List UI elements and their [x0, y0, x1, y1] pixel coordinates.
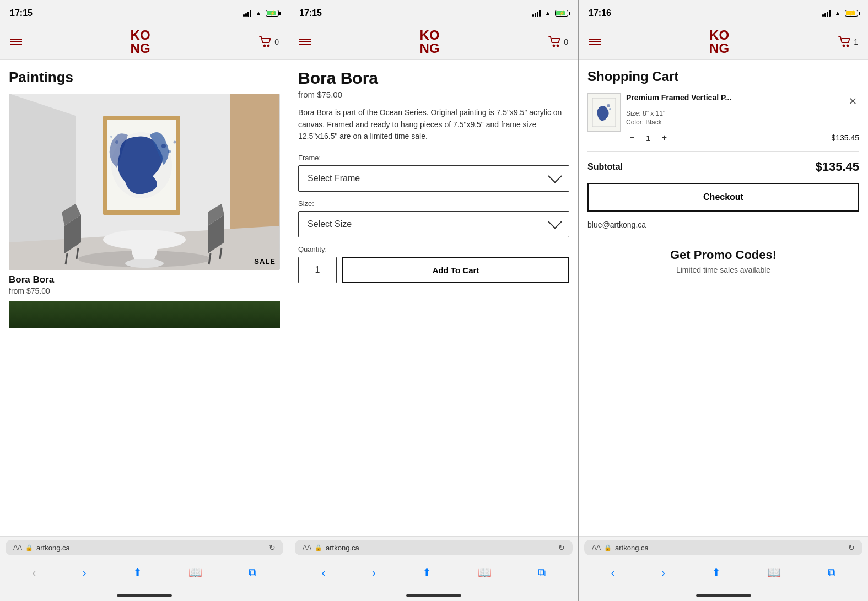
browser-bar-2: AA 🔒 artkong.ca ↻ — [289, 536, 578, 559]
aa-text-3[interactable]: AA — [592, 544, 601, 551]
svg-point-0 — [264, 45, 266, 47]
page-content-1: Paintings — [0, 60, 289, 536]
product-description: Bora Bora is part of the Ocean Series. O… — [298, 107, 569, 143]
share-btn-1[interactable]: ⬆ — [129, 564, 146, 581]
home-indicator-2 — [289, 590, 578, 601]
plant-peek — [9, 301, 280, 328]
logo-1[interactable]: KONG — [131, 29, 150, 55]
forward-btn-2[interactable]: › — [368, 564, 380, 581]
bookmarks-btn-3[interactable]: 📖 — [763, 564, 785, 581]
cart-area-3[interactable]: 1 — [838, 36, 858, 48]
product-name-1: Bora Bora — [9, 274, 280, 285]
qty-increase-button[interactable]: + — [658, 132, 670, 144]
subtotal-row: Subtotal $135.45 — [587, 160, 859, 174]
aa-text-2[interactable]: AA — [303, 544, 311, 551]
promo-section: Get Promo Codes! Limited time sales avai… — [587, 242, 859, 280]
svg-point-13 — [115, 140, 118, 144]
quantity-input[interactable]: 1 — [298, 257, 337, 283]
svg-point-28 — [609, 108, 611, 110]
cart-item-details: Premium Framed Vertical P... ✕ Size: 8" … — [626, 93, 859, 144]
back-btn-1[interactable]: ‹ — [28, 564, 40, 581]
frame-select-text: Select Frame — [308, 174, 360, 183]
forward-btn-3[interactable]: › — [657, 564, 670, 581]
cart-remove-button[interactable]: ✕ — [847, 93, 859, 110]
product-detail-price: from $75.00 — [298, 90, 569, 99]
status-bar-3: 17:16 ▲ ⚡ — [579, 0, 868, 24]
room-scene — [9, 94, 280, 270]
svg-point-1 — [268, 45, 269, 47]
url-bar-2[interactable]: AA 🔒 artkong.ca ↻ — [295, 540, 573, 555]
hamburger-icon-2[interactable] — [299, 39, 311, 45]
lock-icon-2: 🔒 — [315, 544, 322, 551]
lock-icon-3: 🔒 — [604, 544, 612, 551]
signal-icon-1 — [243, 10, 251, 17]
cart-title: Shopping Cart — [587, 69, 859, 84]
refresh-icon-1[interactable]: ↻ — [269, 543, 276, 552]
status-bar-2: 17:15 ▲ ⚡ — [289, 0, 578, 24]
signal-icon-3 — [822, 10, 831, 17]
quantity-controls: − 1 + — [626, 132, 670, 144]
share-btn-2[interactable]: ⬆ — [418, 564, 435, 581]
forward-btn-1[interactable]: › — [78, 564, 91, 581]
bookmarks-btn-2[interactable]: 📖 — [473, 564, 496, 581]
size-chevron-icon — [548, 215, 562, 229]
logo-3[interactable]: KONG — [709, 29, 729, 55]
product-price-1: from $75.00 — [9, 286, 280, 295]
svg-point-10 — [161, 144, 166, 148]
wifi-icon-3: ▲ — [834, 9, 841, 17]
page-content-2: Bora Bora from $75.00 Bora Bora is part … — [289, 60, 578, 536]
aa-text-1[interactable]: AA — [13, 544, 22, 551]
url-bar-3[interactable]: AA 🔒 artkong.ca ↻ — [584, 540, 862, 555]
cart-area-1[interactable]: 0 — [258, 36, 279, 48]
bookmarks-btn-1[interactable]: 📖 — [184, 564, 207, 581]
frame-chevron-icon — [548, 169, 562, 183]
cart-item-price: $135.45 — [831, 133, 859, 142]
status-time-2: 17:15 — [299, 8, 322, 18]
add-to-cart-button[interactable]: Add To Cart — [342, 257, 569, 283]
size-select[interactable]: Select Size — [298, 211, 569, 237]
svg-point-22 — [557, 45, 559, 47]
cart-count-3: 1 — [854, 37, 858, 46]
checkout-button[interactable]: Checkout — [587, 183, 859, 212]
share-btn-3[interactable]: ⬆ — [708, 564, 725, 581]
status-icons-2: ▲ ⚡ — [532, 9, 568, 17]
product-card-borabora[interactable]: SALE Bora Bora from $75.00 — [9, 94, 280, 295]
back-btn-2[interactable]: ‹ — [317, 564, 330, 581]
status-time-1: 17:15 — [10, 8, 33, 18]
browser-bar-1: AA 🔒 artkong.ca ↻ — [0, 536, 289, 559]
wifi-icon-1: ▲ — [255, 9, 262, 17]
phone-product: 17:15 ▲ ⚡ KONG — [289, 0, 579, 601]
cart-icon-2 — [548, 36, 562, 48]
cart-item-name: Premium Framed Vertical P... — [626, 93, 731, 102]
cart-count-1: 0 — [274, 37, 279, 46]
bottom-nav-3: ‹ › ⬆ 📖 ⧉ — [579, 559, 868, 590]
subtotal-label: Subtotal — [587, 162, 623, 172]
cart-item-actions: − 1 + $135.45 — [626, 132, 859, 144]
cart-thumb-image — [588, 94, 620, 131]
frame-select[interactable]: Select Frame — [298, 165, 569, 192]
tabs-btn-3[interactable]: ⧉ — [823, 564, 840, 581]
tabs-btn-1[interactable]: ⧉ — [244, 564, 261, 581]
url-domain-1: artkong.ca — [36, 544, 70, 552]
url-domain-2: artkong.ca — [326, 544, 359, 552]
hamburger-icon-3[interactable] — [589, 39, 601, 45]
cart-area-2[interactable]: 0 — [548, 36, 568, 48]
refresh-icon-2[interactable]: ↻ — [558, 543, 565, 552]
url-bar-1[interactable]: AA 🔒 artkong.ca ↻ — [6, 540, 283, 555]
back-btn-3[interactable]: ‹ — [607, 564, 619, 581]
hamburger-icon-1[interactable] — [10, 39, 22, 45]
svg-point-12 — [174, 141, 176, 144]
product-detail-title: Bora Bora — [298, 69, 569, 88]
svg-point-16 — [125, 259, 164, 268]
size-label: Size: — [298, 199, 569, 208]
url-domain-3: artkong.ca — [615, 544, 649, 552]
promo-subtitle: Limited time sales available — [593, 266, 854, 274]
refresh-icon-3[interactable]: ↻ — [848, 543, 855, 552]
qty-decrease-button[interactable]: − — [626, 132, 638, 144]
tabs-btn-2[interactable]: ⧉ — [533, 564, 550, 581]
lock-icon-1: 🔒 — [25, 544, 33, 551]
status-bar-1: 17:15 ▲ ⚡ — [0, 0, 289, 24]
status-icons-1: ▲ ⚡ — [243, 9, 279, 17]
logo-2[interactable]: KONG — [420, 29, 440, 55]
svg-point-21 — [553, 45, 555, 47]
